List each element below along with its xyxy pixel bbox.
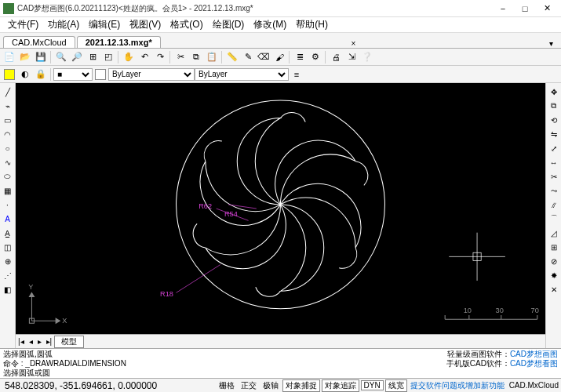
color-select[interactable]: ■ bbox=[53, 68, 93, 81]
menu-modify[interactable]: 修改(M) bbox=[249, 18, 291, 31]
feedback-link[interactable]: 提交软件问题或增加新功能 bbox=[410, 381, 505, 390]
layer-color-1-icon[interactable] bbox=[2, 67, 16, 82]
arc-tool-icon[interactable]: ◠ bbox=[2, 128, 14, 140]
insert-tool-icon[interactable]: ⊕ bbox=[2, 255, 14, 267]
help-icon[interactable]: ❔ bbox=[360, 50, 374, 64]
spline-tool-icon[interactable]: ∿ bbox=[2, 156, 14, 169]
chamfer-tool-icon[interactable]: ◿ bbox=[548, 227, 560, 239]
stretch-tool-icon[interactable]: ↔ bbox=[548, 156, 560, 169]
break-tool-icon[interactable]: ⊘ bbox=[548, 255, 560, 267]
dim-r18[interactable]: R18 bbox=[160, 291, 173, 299]
window-maximize-button[interactable]: □ bbox=[514, 1, 536, 16]
command-line[interactable]: 选择圆弧,圆弧 命令 : _DRAWRADIALDIMENSION 选择圆弧或圆… bbox=[0, 348, 561, 378]
offset-tool-icon[interactable]: ⫽ bbox=[548, 198, 560, 211]
grid-toggle[interactable]: 栅格 bbox=[217, 380, 237, 391]
save-file-icon[interactable]: 💾 bbox=[34, 50, 48, 64]
cursor-coordinates: 548.028309, -351.694661, 0.000000 bbox=[0, 380, 162, 391]
point-tool-icon[interactable]: · bbox=[2, 198, 14, 211]
zoom-extents-icon[interactable]: ⊞ bbox=[86, 50, 100, 64]
rect-tool-icon[interactable]: ▭ bbox=[2, 114, 14, 126]
ellipse-tool-icon[interactable]: ⬭ bbox=[2, 170, 14, 183]
tab-menu-button[interactable]: ▾ bbox=[545, 39, 558, 48]
otrack-toggle[interactable]: 对象追踪 bbox=[322, 379, 359, 392]
eraser-icon[interactable]: ⌫ bbox=[257, 50, 271, 64]
layout-first-button[interactable]: |◂ bbox=[16, 337, 27, 346]
array-tool-icon[interactable]: ⊞ bbox=[548, 241, 560, 253]
fillet-tool-icon[interactable]: ⌒ bbox=[548, 212, 560, 225]
scale-10: 10 bbox=[464, 307, 472, 314]
redo-icon[interactable]: ↷ bbox=[153, 50, 167, 64]
properties-icon[interactable]: ⚙ bbox=[308, 50, 322, 64]
new-file-icon[interactable]: 📄 bbox=[2, 50, 16, 64]
line-tool-icon[interactable]: ╱ bbox=[2, 85, 14, 98]
menu-function[interactable]: 功能(A) bbox=[43, 18, 84, 31]
circle-tool-icon[interactable]: ○ bbox=[2, 142, 14, 154]
menu-file[interactable]: 文件(F) bbox=[3, 18, 43, 31]
ortho-toggle[interactable]: 正交 bbox=[239, 380, 259, 391]
window-title: CAD梦想画图(6.0.20211123)<姓赵的疯。会员1> - 2021.1… bbox=[17, 3, 492, 14]
layer-lock-icon[interactable]: 🔒 bbox=[34, 67, 48, 82]
layout-prev-button[interactable]: ◂ bbox=[27, 337, 35, 346]
export-icon[interactable]: ⇲ bbox=[344, 50, 359, 64]
promo-2-label: 手机版CAD软件： bbox=[446, 359, 510, 368]
text-tool-icon[interactable]: A bbox=[2, 212, 14, 225]
promo-1-link[interactable]: CAD梦想画图 bbox=[510, 350, 558, 358]
move-tool-icon[interactable]: ✥ bbox=[548, 85, 560, 98]
menu-help[interactable]: 帮助(H) bbox=[291, 18, 333, 31]
polyline-tool-icon[interactable]: ⌁ bbox=[2, 100, 14, 112]
scale-tool-icon[interactable]: ⤢ bbox=[548, 142, 560, 154]
region-tool-icon[interactable]: ◧ bbox=[2, 283, 14, 296]
menu-view[interactable]: 视图(V) bbox=[125, 18, 166, 31]
mirror-tool-icon[interactable]: ⇋ bbox=[548, 128, 560, 140]
hatch-tool-icon[interactable]: ▦ bbox=[2, 184, 14, 197]
dim-r62[interactable]: R62 bbox=[199, 202, 212, 210]
undo-icon[interactable]: ↶ bbox=[137, 50, 151, 64]
document-tab-bar: CAD.MxCloud 2021.12.13.mxg* × ▾ bbox=[0, 33, 561, 49]
linetype-select[interactable]: ByLayer bbox=[195, 68, 289, 81]
print-icon[interactable]: 🖨 bbox=[329, 50, 343, 64]
drawing-canvas[interactable]: R18 R62 R54 X Y bbox=[16, 83, 545, 334]
lineweight-toggle[interactable]: 线宽 bbox=[385, 379, 407, 392]
dyn-toggle[interactable]: DYN bbox=[361, 380, 384, 390]
layout-next-button[interactable]: ▸ bbox=[35, 337, 44, 346]
measure-icon[interactable]: 📏 bbox=[225, 50, 239, 64]
model-tab[interactable]: 模型 bbox=[54, 336, 84, 348]
rotate-tool-icon[interactable]: ⟲ bbox=[548, 114, 560, 126]
mtext-tool-icon[interactable]: A̲ bbox=[2, 227, 14, 239]
zoom-in-icon[interactable]: 🔍 bbox=[54, 50, 68, 64]
window-minimize-button[interactable]: − bbox=[492, 1, 514, 16]
extend-tool-icon[interactable]: ⤳ bbox=[548, 184, 560, 197]
paint-icon[interactable]: 🖌 bbox=[272, 50, 286, 64]
menu-format[interactable]: 格式(O) bbox=[166, 18, 207, 31]
pencil-icon[interactable]: ✎ bbox=[241, 50, 255, 64]
menu-edit[interactable]: 编辑(E) bbox=[84, 18, 125, 31]
copy-tool-icon[interactable]: ⧉ bbox=[548, 100, 560, 112]
explode-tool-icon[interactable]: ✸ bbox=[548, 269, 560, 281]
polar-toggle[interactable]: 极轴 bbox=[260, 380, 281, 391]
osnap-toggle[interactable]: 对象捕捉 bbox=[282, 379, 320, 392]
doc-tab-cloud[interactable]: CAD.MxCloud bbox=[3, 36, 75, 48]
dim-r54[interactable]: R54 bbox=[224, 210, 238, 218]
paste-icon[interactable]: 📋 bbox=[205, 50, 219, 64]
color-swatch-icon[interactable] bbox=[93, 67, 107, 82]
erase-tool-icon[interactable]: ✕ bbox=[548, 283, 560, 296]
construction-tool-icon[interactable]: ⋰ bbox=[2, 269, 14, 281]
layers-icon[interactable]: ≣ bbox=[293, 50, 307, 64]
layer-state-icon[interactable]: ◐ bbox=[18, 67, 32, 82]
trim-tool-icon[interactable]: ✂ bbox=[548, 170, 560, 183]
cut-icon[interactable]: ✂ bbox=[173, 50, 188, 64]
tab-close-button[interactable]: × bbox=[346, 39, 360, 48]
zoom-window-icon[interactable]: ◰ bbox=[101, 50, 115, 64]
doc-tab-current[interactable]: 2021.12.13.mxg* bbox=[77, 36, 161, 48]
copy-icon[interactable]: ⧉ bbox=[189, 50, 203, 64]
promo-2-link[interactable]: CAD梦想看图 bbox=[510, 359, 558, 368]
menu-draw[interactable]: 绘图(D) bbox=[208, 18, 250, 31]
window-close-button[interactable]: ✕ bbox=[536, 1, 558, 16]
lineweight-icon[interactable]: ≡ bbox=[290, 67, 304, 82]
zoom-out-icon[interactable]: 🔎 bbox=[70, 50, 84, 64]
open-file-icon[interactable]: 📂 bbox=[18, 50, 32, 64]
layout-last-button[interactable]: ▸| bbox=[44, 337, 55, 346]
pan-icon[interactable]: ✋ bbox=[122, 50, 136, 64]
block-tool-icon[interactable]: ◫ bbox=[2, 241, 14, 253]
layer-select[interactable]: ByLayer bbox=[108, 68, 195, 81]
